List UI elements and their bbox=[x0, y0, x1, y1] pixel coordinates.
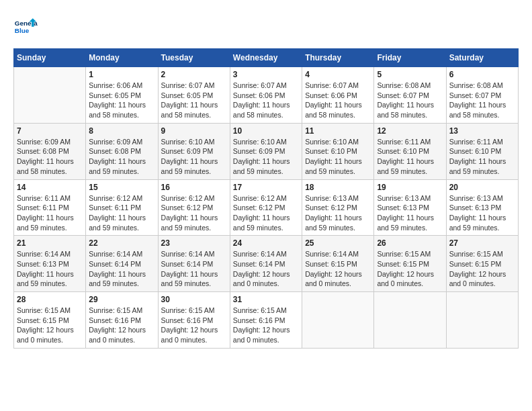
day-info: Sunrise: 6:07 AMSunset: 6:06 PMDaylight:… bbox=[233, 81, 299, 120]
calendar-cell: 31Sunrise: 6:15 AMSunset: 6:16 PMDayligh… bbox=[230, 292, 302, 349]
col-header-thursday: Thursday bbox=[302, 49, 374, 67]
calendar-cell: 20Sunrise: 6:13 AMSunset: 6:13 PMDayligh… bbox=[446, 179, 518, 236]
day-number: 2 bbox=[161, 70, 227, 79]
day-number: 25 bbox=[305, 238, 371, 248]
day-number: 13 bbox=[449, 126, 515, 136]
day-info: Sunrise: 6:15 AMSunset: 6:16 PMDaylight:… bbox=[233, 306, 299, 345]
svg-text:Blue: Blue bbox=[15, 27, 30, 34]
calendar-cell bbox=[14, 67, 86, 124]
day-info: Sunrise: 6:09 AMSunset: 6:08 PMDaylight:… bbox=[89, 137, 154, 177]
day-info: Sunrise: 6:14 AMSunset: 6:14 PMDaylight:… bbox=[89, 249, 154, 289]
day-info: Sunrise: 6:12 AMSunset: 6:12 PMDaylight:… bbox=[161, 193, 227, 233]
calendar-cell: 6Sunrise: 6:08 AMSunset: 6:07 PMDaylight… bbox=[446, 67, 518, 124]
day-info: Sunrise: 6:15 AMSunset: 6:15 PMDaylight:… bbox=[17, 306, 83, 345]
logo: General Blue bbox=[13, 13, 38, 38]
day-info: Sunrise: 6:08 AMSunset: 6:07 PMDaylight:… bbox=[377, 81, 443, 120]
day-number: 18 bbox=[305, 183, 371, 192]
day-number: 26 bbox=[377, 238, 443, 248]
calendar-cell: 28Sunrise: 6:15 AMSunset: 6:15 PMDayligh… bbox=[14, 292, 86, 349]
day-info: Sunrise: 6:14 AMSunset: 6:14 PMDaylight:… bbox=[233, 249, 299, 289]
day-number: 15 bbox=[89, 183, 154, 192]
day-number: 17 bbox=[233, 183, 299, 192]
calendar-cell: 16Sunrise: 6:12 AMSunset: 6:12 PMDayligh… bbox=[158, 179, 230, 236]
calendar-cell: 2Sunrise: 6:07 AMSunset: 6:05 PMDaylight… bbox=[158, 67, 230, 124]
page-header: General Blue bbox=[13, 13, 519, 38]
day-number: 29 bbox=[89, 295, 154, 304]
day-info: Sunrise: 6:14 AMSunset: 6:13 PMDaylight:… bbox=[17, 249, 83, 289]
day-info: Sunrise: 6:07 AMSunset: 6:05 PMDaylight:… bbox=[161, 81, 227, 120]
calendar-cell bbox=[374, 292, 446, 349]
calendar-cell: 26Sunrise: 6:15 AMSunset: 6:15 PMDayligh… bbox=[374, 236, 446, 292]
calendar-cell: 18Sunrise: 6:13 AMSunset: 6:12 PMDayligh… bbox=[302, 179, 374, 236]
col-header-saturday: Saturday bbox=[446, 49, 518, 67]
day-number: 31 bbox=[233, 295, 299, 304]
day-number: 4 bbox=[305, 70, 371, 79]
day-info: Sunrise: 6:13 AMSunset: 6:12 PMDaylight:… bbox=[305, 193, 371, 233]
calendar-cell: 15Sunrise: 6:12 AMSunset: 6:11 PMDayligh… bbox=[86, 179, 158, 236]
day-info: Sunrise: 6:11 AMSunset: 6:10 PMDaylight:… bbox=[377, 137, 443, 177]
calendar-cell: 23Sunrise: 6:14 AMSunset: 6:14 PMDayligh… bbox=[158, 236, 230, 292]
calendar-cell: 1Sunrise: 6:06 AMSunset: 6:05 PMDaylight… bbox=[86, 67, 158, 124]
day-info: Sunrise: 6:13 AMSunset: 6:13 PMDaylight:… bbox=[449, 193, 515, 233]
calendar-cell: 21Sunrise: 6:14 AMSunset: 6:13 PMDayligh… bbox=[14, 236, 86, 292]
col-header-monday: Monday bbox=[86, 49, 158, 67]
day-info: Sunrise: 6:13 AMSunset: 6:13 PMDaylight:… bbox=[377, 193, 443, 233]
day-number: 20 bbox=[449, 183, 515, 192]
day-number: 14 bbox=[17, 183, 83, 192]
day-info: Sunrise: 6:06 AMSunset: 6:05 PMDaylight:… bbox=[89, 81, 154, 120]
day-number: 8 bbox=[89, 126, 154, 136]
calendar-cell: 25Sunrise: 6:14 AMSunset: 6:15 PMDayligh… bbox=[302, 236, 374, 292]
day-number: 5 bbox=[377, 70, 443, 79]
day-number: 27 bbox=[449, 238, 515, 248]
calendar-cell: 17Sunrise: 6:12 AMSunset: 6:12 PMDayligh… bbox=[230, 179, 302, 236]
day-info: Sunrise: 6:10 AMSunset: 6:10 PMDaylight:… bbox=[305, 137, 371, 177]
day-number: 30 bbox=[161, 295, 227, 304]
day-number: 12 bbox=[377, 126, 443, 136]
day-info: Sunrise: 6:07 AMSunset: 6:06 PMDaylight:… bbox=[305, 81, 371, 120]
day-info: Sunrise: 6:10 AMSunset: 6:09 PMDaylight:… bbox=[233, 137, 299, 177]
calendar-cell: 12Sunrise: 6:11 AMSunset: 6:10 PMDayligh… bbox=[374, 123, 446, 179]
calendar-cell: 3Sunrise: 6:07 AMSunset: 6:06 PMDaylight… bbox=[230, 67, 302, 124]
day-info: Sunrise: 6:09 AMSunset: 6:08 PMDaylight:… bbox=[17, 137, 83, 177]
day-number: 10 bbox=[233, 126, 299, 136]
day-info: Sunrise: 6:11 AMSunset: 6:11 PMDaylight:… bbox=[17, 193, 83, 233]
calendar-cell: 13Sunrise: 6:11 AMSunset: 6:10 PMDayligh… bbox=[446, 123, 518, 179]
day-number: 21 bbox=[17, 238, 83, 248]
day-number: 16 bbox=[161, 183, 227, 192]
calendar-cell: 27Sunrise: 6:15 AMSunset: 6:15 PMDayligh… bbox=[446, 236, 518, 292]
day-number: 6 bbox=[449, 70, 515, 79]
day-info: Sunrise: 6:14 AMSunset: 6:15 PMDaylight:… bbox=[305, 249, 371, 289]
calendar-cell: 7Sunrise: 6:09 AMSunset: 6:08 PMDaylight… bbox=[14, 123, 86, 179]
calendar-cell: 4Sunrise: 6:07 AMSunset: 6:06 PMDaylight… bbox=[302, 67, 374, 124]
day-info: Sunrise: 6:15 AMSunset: 6:16 PMDaylight:… bbox=[89, 306, 154, 345]
day-info: Sunrise: 6:11 AMSunset: 6:10 PMDaylight:… bbox=[449, 137, 515, 177]
calendar-cell bbox=[302, 292, 374, 349]
day-number: 22 bbox=[89, 238, 154, 248]
calendar-cell: 9Sunrise: 6:10 AMSunset: 6:09 PMDaylight… bbox=[158, 123, 230, 179]
calendar-cell: 24Sunrise: 6:14 AMSunset: 6:14 PMDayligh… bbox=[230, 236, 302, 292]
col-header-wednesday: Wednesday bbox=[230, 49, 302, 67]
calendar-cell: 22Sunrise: 6:14 AMSunset: 6:14 PMDayligh… bbox=[86, 236, 158, 292]
day-number: 1 bbox=[89, 70, 154, 79]
day-number: 24 bbox=[233, 238, 299, 248]
day-number: 7 bbox=[17, 126, 83, 136]
calendar-cell: 30Sunrise: 6:15 AMSunset: 6:16 PMDayligh… bbox=[158, 292, 230, 349]
day-number: 11 bbox=[305, 126, 371, 136]
day-info: Sunrise: 6:14 AMSunset: 6:14 PMDaylight:… bbox=[161, 249, 227, 289]
calendar-table: SundayMondayTuesdayWednesdayThursdayFrid… bbox=[13, 48, 519, 349]
logo-icon: General Blue bbox=[13, 13, 38, 38]
day-number: 23 bbox=[161, 238, 227, 248]
calendar-cell: 5Sunrise: 6:08 AMSunset: 6:07 PMDaylight… bbox=[374, 67, 446, 124]
col-header-tuesday: Tuesday bbox=[158, 49, 230, 67]
day-info: Sunrise: 6:15 AMSunset: 6:15 PMDaylight:… bbox=[449, 249, 515, 289]
calendar-cell: 14Sunrise: 6:11 AMSunset: 6:11 PMDayligh… bbox=[14, 179, 86, 236]
calendar-cell: 11Sunrise: 6:10 AMSunset: 6:10 PMDayligh… bbox=[302, 123, 374, 179]
day-info: Sunrise: 6:15 AMSunset: 6:16 PMDaylight:… bbox=[161, 306, 227, 345]
day-number: 3 bbox=[233, 70, 299, 79]
calendar-cell: 19Sunrise: 6:13 AMSunset: 6:13 PMDayligh… bbox=[374, 179, 446, 236]
calendar-cell: 8Sunrise: 6:09 AMSunset: 6:08 PMDaylight… bbox=[86, 123, 158, 179]
day-number: 19 bbox=[377, 183, 443, 192]
col-header-sunday: Sunday bbox=[14, 49, 86, 67]
col-header-friday: Friday bbox=[374, 49, 446, 67]
day-info: Sunrise: 6:12 AMSunset: 6:11 PMDaylight:… bbox=[89, 193, 154, 233]
